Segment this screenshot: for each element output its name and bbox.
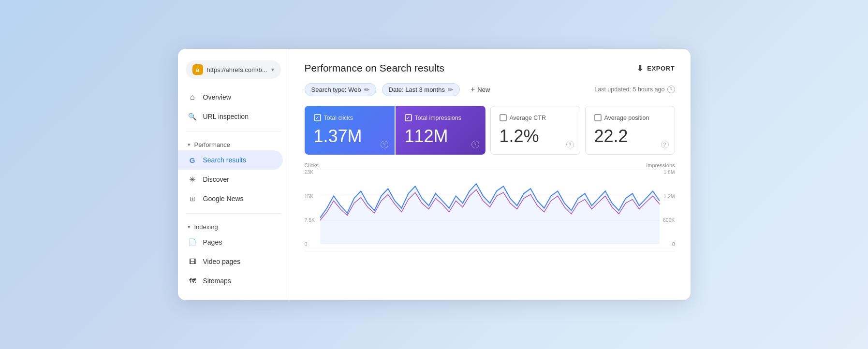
sidebar-item-video-pages-label: Video pages — [203, 258, 241, 265]
metric-cards: ✓ Total clicks 1.37M ? ✓ Total impressio… — [305, 106, 675, 155]
search-type-filter[interactable]: Search type: Web ✏ — [305, 83, 376, 96]
sidebar-divider-1 — [186, 131, 281, 131]
sidebar-item-sitemaps-label: Sitemaps — [203, 277, 231, 285]
pages-icon: 📄 — [188, 237, 197, 247]
total-impressions-label: Total impressions — [415, 115, 462, 121]
new-label: New — [477, 86, 490, 93]
performance-section-label: Performance — [194, 141, 230, 148]
google-g-icon: G — [188, 155, 197, 165]
total-clicks-value: 1.37M — [314, 126, 385, 146]
chart-y-left-2: 7.5K — [305, 217, 315, 223]
last-updated-help-icon[interactable]: ? — [667, 86, 675, 93]
sidebar-item-video-pages[interactable]: 🎞 Video pages — [178, 252, 283, 271]
total-clicks-label-row: ✓ Total clicks — [314, 114, 385, 121]
metric-card-average-ctr[interactable]: Average CTR 1.2% ? — [490, 106, 580, 155]
date-filter[interactable]: Date: Last 3 months ✏ — [382, 83, 460, 96]
chart-y-left-0: 23K — [305, 169, 315, 175]
chart-svg — [320, 169, 660, 247]
url-bar[interactable]: a https://ahrefs.com/b... ▾ — [186, 60, 281, 79]
total-impressions-checkbox: ✓ — [405, 114, 412, 121]
sidebar-item-discover-label: Discover — [203, 175, 229, 183]
sidebar-item-pages-label: Pages — [203, 238, 222, 246]
sidebar-divider-2 — [186, 213, 281, 214]
sidebar-item-url-inspection[interactable]: 🔍 URL inspection — [178, 107, 283, 126]
sidebar-item-search-results-label: Search results — [203, 156, 246, 164]
sidebar: a https://ahrefs.com/b... ▾ ⌂ Overview 🔍… — [178, 49, 289, 300]
performance-section-header[interactable]: ▾ Performance — [178, 136, 289, 150]
plus-icon: + — [471, 85, 475, 94]
app-window: a https://ahrefs.com/b... ▾ ⌂ Overview 🔍… — [178, 49, 691, 300]
chart-y-labels-left: 23K 15K 7.5K 0 — [305, 169, 315, 251]
last-updated-info: Last updated: 5 hours ago ? — [594, 86, 675, 93]
metric-card-total-clicks[interactable]: ✓ Total clicks 1.37M ? — [305, 106, 395, 155]
average-position-label-row: Average position — [594, 114, 666, 121]
average-ctr-help-icon[interactable]: ? — [566, 141, 574, 148]
metric-card-total-impressions[interactable]: ✓ Total impressions 112M ? — [396, 106, 485, 155]
video-pages-icon: 🎞 — [188, 257, 197, 266]
search-type-label: Search type: Web — [311, 86, 361, 93]
sidebar-item-google-news-label: Google News — [203, 195, 244, 203]
indexing-section-label: Indexing — [194, 223, 218, 231]
chart-plot-area: 23K 15K 7.5K 0 1.8M 1.2M 600K 0 — [305, 169, 675, 251]
performance-chevron-icon: ▾ — [188, 142, 191, 148]
total-clicks-help-icon[interactable]: ? — [381, 141, 388, 148]
sidebar-item-google-news[interactable]: ⊞ Google News — [178, 189, 283, 208]
average-position-label: Average position — [604, 115, 649, 121]
chart-svg-container — [320, 169, 660, 247]
chart-y-right-2: 600K — [663, 217, 675, 223]
average-ctr-label-row: Average CTR — [500, 114, 571, 121]
date-label: Date: Last 3 months — [389, 86, 445, 93]
main-content: Performance on Search results ⬇ EXPORT S… — [289, 49, 691, 300]
filter-bar: Search type: Web ✏ Date: Last 3 months ✏… — [305, 83, 675, 96]
sidebar-item-discover[interactable]: ✳ Discover — [178, 170, 283, 189]
chart-y-left-3: 0 — [305, 241, 315, 247]
chart-y-right-3: 0 — [672, 241, 675, 247]
average-position-value: 22.2 — [594, 126, 666, 146]
sidebar-item-pages[interactable]: 📄 Pages — [178, 233, 283, 252]
google-news-icon: ⊞ — [188, 194, 197, 204]
total-clicks-checkbox: ✓ — [314, 114, 321, 121]
average-ctr-checkbox — [500, 114, 507, 121]
sidebar-item-sitemaps[interactable]: 🗺 Sitemaps — [178, 271, 283, 291]
export-button[interactable]: ⬇ EXPORT — [637, 64, 675, 73]
new-button[interactable]: + New — [466, 83, 495, 96]
search-icon: 🔍 — [188, 112, 197, 121]
url-icon: a — [192, 64, 203, 75]
url-chevron-icon: ▾ — [271, 66, 274, 73]
chart-y-right-0: 1.8M — [663, 169, 675, 175]
chart-left-axis-label: Clicks — [305, 162, 319, 168]
indexing-section-header[interactable]: ▾ Indexing — [178, 218, 289, 233]
chart-axis-headers: Clicks Impressions — [305, 162, 675, 168]
chart-right-axis-label: Impressions — [646, 162, 675, 168]
average-ctr-value: 1.2% — [500, 126, 571, 146]
metric-card-average-position[interactable]: Average position 22.2 ? — [585, 106, 675, 155]
last-updated-text: Last updated: 5 hours ago — [594, 86, 664, 93]
chart-y-labels-right: 1.8M 1.2M 600K 0 — [663, 169, 675, 251]
sidebar-item-search-results[interactable]: G Search results — [178, 150, 283, 170]
indexing-chevron-icon: ▾ — [188, 224, 191, 230]
search-type-edit-icon: ✏ — [364, 86, 369, 93]
clicks-fill — [320, 184, 660, 244]
total-clicks-label: Total clicks — [324, 115, 353, 121]
chart-area: Clicks Impressions 23K 15K 7.5K 0 1.8M 1… — [305, 162, 675, 291]
discover-icon: ✳ — [188, 174, 197, 184]
export-icon: ⬇ — [637, 64, 644, 73]
home-icon: ⌂ — [188, 92, 197, 102]
export-label: EXPORT — [647, 65, 675, 72]
url-text: https://ahrefs.com/b... — [207, 66, 267, 73]
sidebar-item-overview-label: Overview — [203, 93, 231, 101]
average-position-help-icon[interactable]: ? — [661, 141, 669, 148]
page-title: Performance on Search results — [305, 62, 444, 74]
average-ctr-label: Average CTR — [510, 115, 546, 121]
chart-y-right-1: 1.2M — [663, 193, 675, 199]
sidebar-item-url-inspection-label: URL inspection — [203, 113, 249, 120]
chart-y-left-1: 15K — [305, 193, 315, 199]
main-header: Performance on Search results ⬇ EXPORT — [305, 62, 675, 74]
average-position-checkbox — [594, 114, 602, 121]
total-impressions-value: 112M — [405, 126, 476, 146]
total-impressions-label-row: ✓ Total impressions — [405, 114, 476, 121]
sidebar-item-overview[interactable]: ⌂ Overview — [178, 87, 283, 107]
date-edit-icon: ✏ — [448, 86, 453, 93]
sitemaps-icon: 🗺 — [188, 276, 197, 286]
total-impressions-help-icon[interactable]: ? — [471, 141, 479, 148]
